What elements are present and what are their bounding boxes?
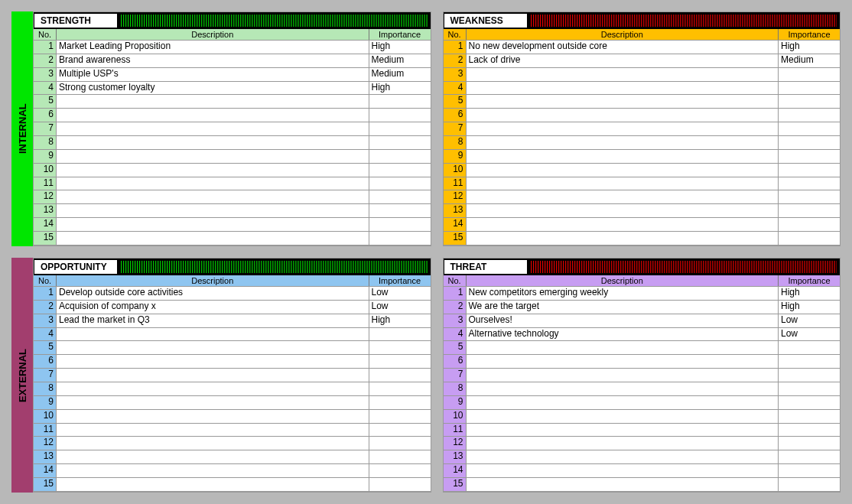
row-importance[interactable]	[779, 164, 840, 177]
row-description[interactable]	[57, 382, 369, 395]
row-importance[interactable]: High	[779, 301, 840, 314]
row-description[interactable]	[467, 464, 779, 477]
row-importance[interactable]	[779, 450, 840, 463]
row-description[interactable]	[57, 369, 369, 382]
row-description[interactable]	[57, 328, 369, 341]
row-description[interactable]	[467, 355, 779, 368]
row-description[interactable]	[467, 424, 779, 437]
row-importance[interactable]	[779, 136, 840, 149]
row-importance[interactable]	[369, 177, 431, 190]
row-description[interactable]: Lack of drive	[467, 54, 779, 67]
row-description[interactable]	[57, 450, 369, 463]
row-importance[interactable]	[369, 164, 431, 177]
row-description[interactable]	[467, 396, 779, 409]
row-description[interactable]	[467, 478, 779, 491]
row-importance[interactable]	[369, 136, 431, 149]
row-importance[interactable]	[779, 218, 840, 231]
row-description[interactable]	[467, 136, 779, 149]
row-importance[interactable]	[779, 232, 840, 245]
row-importance[interactable]	[779, 122, 840, 135]
row-importance[interactable]	[369, 382, 431, 395]
row-importance[interactable]	[779, 478, 840, 491]
row-importance[interactable]: High	[369, 41, 431, 54]
row-description[interactable]	[467, 164, 779, 177]
row-description[interactable]	[57, 424, 369, 437]
row-description[interactable]	[467, 369, 779, 382]
row-importance[interactable]: High	[779, 287, 840, 300]
row-description[interactable]	[467, 177, 779, 190]
row-importance[interactable]	[779, 82, 840, 95]
row-importance[interactable]: High	[369, 314, 431, 327]
row-description[interactable]: Alternative technology	[467, 328, 779, 341]
row-description[interactable]	[467, 68, 779, 81]
row-importance[interactable]	[369, 204, 431, 217]
row-description[interactable]	[467, 437, 779, 450]
row-importance[interactable]	[369, 437, 431, 450]
row-description[interactable]	[57, 164, 369, 177]
row-description[interactable]: Strong customer loyalty	[57, 82, 369, 95]
row-importance[interactable]	[779, 369, 840, 382]
row-description[interactable]: New competitors emerging weekly	[467, 287, 779, 300]
row-importance[interactable]	[369, 109, 431, 122]
row-description[interactable]	[57, 464, 369, 477]
row-importance[interactable]	[779, 382, 840, 395]
row-importance[interactable]	[779, 396, 840, 409]
row-importance[interactable]: Medium	[369, 54, 431, 67]
row-importance[interactable]	[369, 369, 431, 382]
row-importance[interactable]: High	[779, 41, 840, 54]
row-importance[interactable]	[369, 95, 431, 108]
row-importance[interactable]	[369, 150, 431, 163]
row-importance[interactable]	[779, 424, 840, 437]
row-description[interactable]	[57, 109, 369, 122]
row-importance[interactable]: Low	[779, 314, 840, 327]
row-description[interactable]	[57, 355, 369, 368]
row-description[interactable]	[467, 218, 779, 231]
row-importance[interactable]	[369, 218, 431, 231]
row-description[interactable]	[57, 218, 369, 231]
row-importance[interactable]: Medium	[369, 68, 431, 81]
row-description[interactable]: Multiple USP's	[57, 68, 369, 81]
row-importance[interactable]: Low	[369, 301, 431, 314]
row-importance[interactable]	[779, 68, 840, 81]
row-importance[interactable]	[369, 122, 431, 135]
row-importance[interactable]	[369, 396, 431, 409]
row-importance[interactable]	[779, 150, 840, 163]
row-description[interactable]: Market Leading Proposition	[57, 41, 369, 54]
row-description[interactable]	[467, 122, 779, 135]
row-description[interactable]	[57, 410, 369, 423]
row-description[interactable]	[467, 341, 779, 354]
row-importance[interactable]	[369, 232, 431, 245]
row-importance[interactable]	[779, 190, 840, 203]
row-description[interactable]	[467, 382, 779, 395]
row-importance[interactable]	[779, 410, 840, 423]
row-description[interactable]	[467, 150, 779, 163]
row-description[interactable]: Develop outside core activities	[57, 287, 369, 300]
row-description[interactable]	[57, 177, 369, 190]
row-description[interactable]	[57, 95, 369, 108]
row-description[interactable]	[467, 204, 779, 217]
row-importance[interactable]	[369, 424, 431, 437]
row-description[interactable]	[467, 410, 779, 423]
row-importance[interactable]: Low	[779, 328, 840, 341]
row-description[interactable]	[467, 190, 779, 203]
row-importance[interactable]	[369, 478, 431, 491]
row-description[interactable]	[57, 232, 369, 245]
row-importance[interactable]	[779, 355, 840, 368]
row-importance[interactable]	[369, 410, 431, 423]
row-description[interactable]	[467, 82, 779, 95]
row-importance[interactable]	[369, 355, 431, 368]
row-importance[interactable]	[779, 341, 840, 354]
row-description[interactable]: Lead the market in Q3	[57, 314, 369, 327]
row-importance[interactable]	[779, 95, 840, 108]
row-description[interactable]	[57, 122, 369, 135]
row-importance[interactable]	[779, 204, 840, 217]
row-description[interactable]	[57, 150, 369, 163]
row-description[interactable]	[467, 109, 779, 122]
row-description[interactable]	[57, 478, 369, 491]
row-importance[interactable]	[369, 341, 431, 354]
row-description[interactable]: Ourselves!	[467, 314, 779, 327]
row-description[interactable]	[467, 450, 779, 463]
row-description[interactable]	[57, 190, 369, 203]
row-description[interactable]	[57, 437, 369, 450]
row-description[interactable]	[467, 95, 779, 108]
